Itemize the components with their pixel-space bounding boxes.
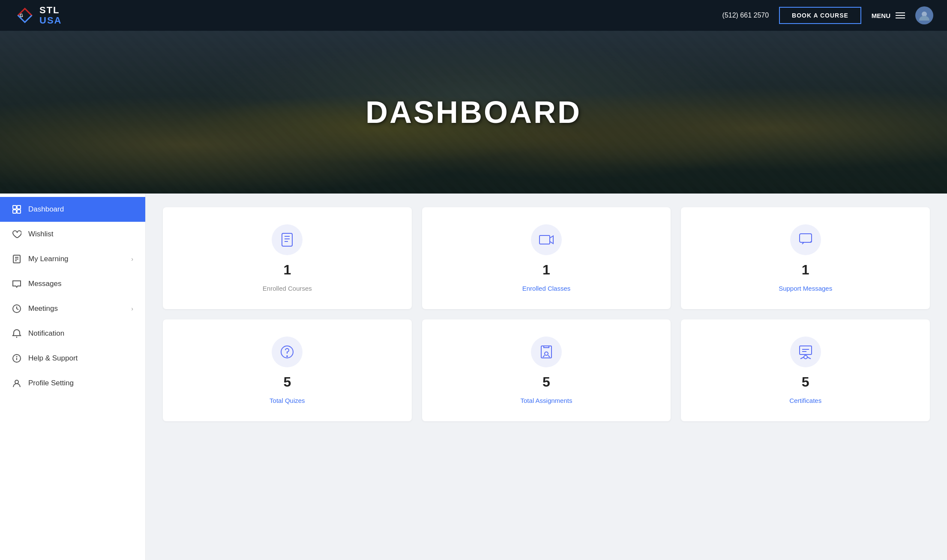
chevron-right-icon: › bbox=[131, 305, 133, 312]
total-quizes-icon-circle bbox=[272, 337, 303, 367]
info-icon bbox=[12, 354, 21, 363]
sidebar-item-notification[interactable]: Notification bbox=[0, 321, 145, 346]
svg-line-29 bbox=[800, 357, 804, 359]
total-assignments-number: 5 bbox=[542, 374, 550, 390]
support-messages-label: Support Messages bbox=[779, 285, 832, 292]
enrolled-courses-icon-circle bbox=[272, 224, 303, 255]
enrolled-courses-label: Enrolled Courses bbox=[263, 285, 312, 292]
assignment-icon bbox=[539, 344, 554, 360]
video-icon bbox=[539, 232, 554, 247]
clock-icon bbox=[12, 304, 21, 313]
svg-text:G: G bbox=[20, 13, 23, 18]
enrolled-courses-number: 1 bbox=[283, 262, 291, 278]
svg-point-24 bbox=[287, 356, 288, 357]
sidebar-my-learning-label: My Learning bbox=[28, 255, 69, 263]
menu-area[interactable]: MENU bbox=[872, 12, 905, 19]
certificates-label: Certificates bbox=[789, 397, 821, 404]
sidebar-dashboard-label: Dashboard bbox=[28, 205, 64, 214]
stat-card-certificates: 5 Certificates bbox=[681, 319, 930, 421]
sidebar: Dashboard Wishlist My Learning bbox=[0, 194, 146, 560]
total-assignments-icon-circle bbox=[531, 337, 562, 367]
stat-card-total-assignments: 5 Total Assignments bbox=[422, 319, 671, 421]
sidebar-help-support-label: Help & Support bbox=[28, 354, 78, 363]
message-icon bbox=[12, 279, 21, 289]
total-quizes-number: 5 bbox=[283, 374, 291, 390]
total-assignments-label: Total Assignments bbox=[521, 397, 572, 404]
heart-icon bbox=[12, 229, 21, 239]
sidebar-notification-label: Notification bbox=[28, 329, 64, 338]
svg-point-26 bbox=[545, 352, 548, 355]
enrolled-classes-label: Enrolled Classes bbox=[522, 285, 571, 292]
sidebar-profile-setting-label: Profile Setting bbox=[28, 379, 74, 387]
stat-card-enrolled-courses: 1 Enrolled Courses bbox=[163, 207, 412, 309]
sidebar-item-my-learning[interactable]: My Learning › bbox=[0, 247, 145, 271]
hero-title: DASHBOARD bbox=[366, 95, 581, 130]
sidebar-item-help-support[interactable]: Help & Support bbox=[0, 346, 145, 371]
bell-icon bbox=[12, 329, 21, 338]
avatar-icon bbox=[918, 9, 930, 21]
main-layout: Dashboard Wishlist My Learning bbox=[0, 194, 947, 560]
sidebar-item-meetings[interactable]: Meetings › bbox=[0, 296, 145, 321]
svg-point-16 bbox=[15, 380, 18, 384]
svg-rect-3 bbox=[13, 206, 16, 209]
enrolled-classes-number: 1 bbox=[542, 262, 550, 278]
sidebar-wishlist-label: Wishlist bbox=[28, 230, 54, 238]
support-messages-number: 1 bbox=[802, 262, 809, 278]
sidebar-meetings-label: Meetings bbox=[28, 304, 58, 313]
svg-rect-27 bbox=[800, 346, 812, 354]
hero-section: DASHBOARD bbox=[0, 31, 947, 194]
hamburger-icon bbox=[896, 12, 905, 18]
certificate-icon bbox=[798, 344, 813, 360]
book-course-button[interactable]: BOOK A COURSE bbox=[779, 7, 861, 24]
svg-point-28 bbox=[804, 355, 807, 359]
book-icon bbox=[12, 254, 21, 264]
stat-card-support-messages: 1 Support Messages bbox=[681, 207, 930, 309]
svg-point-15 bbox=[17, 357, 17, 357]
logo[interactable]: G STL USA bbox=[14, 4, 62, 27]
logo-stl: STL bbox=[39, 5, 62, 15]
total-quizes-label: Total Quizes bbox=[270, 397, 305, 404]
logo-text: STL USA bbox=[39, 5, 62, 26]
sidebar-item-dashboard[interactable]: Dashboard bbox=[0, 197, 145, 222]
stats-grid: 1 Enrolled Courses 1 Enrolled Classes bbox=[163, 207, 930, 421]
chevron-right-icon: › bbox=[131, 256, 133, 262]
header: G STL USA (512) 661 2570 BOOK A COURSE M… bbox=[0, 0, 947, 31]
question-icon bbox=[279, 344, 295, 360]
svg-line-30 bbox=[807, 357, 811, 359]
svg-point-0 bbox=[14, 4, 36, 27]
grid-icon bbox=[12, 205, 21, 214]
sidebar-messages-label: Messages bbox=[28, 280, 61, 288]
svg-rect-17 bbox=[282, 233, 292, 246]
stat-card-enrolled-classes: 1 Enrolled Classes bbox=[422, 207, 671, 309]
sidebar-item-messages[interactable]: Messages bbox=[0, 271, 145, 296]
certificates-number: 5 bbox=[802, 374, 809, 390]
svg-rect-5 bbox=[13, 210, 16, 213]
svg-rect-6 bbox=[17, 210, 21, 213]
user-icon bbox=[12, 378, 21, 388]
phone-number: (512) 661 2570 bbox=[722, 12, 769, 19]
avatar[interactable] bbox=[915, 6, 933, 24]
svg-rect-21 bbox=[539, 235, 550, 244]
sidebar-item-profile-setting[interactable]: Profile Setting bbox=[0, 371, 145, 396]
support-messages-icon-circle bbox=[790, 224, 821, 255]
tablet-icon bbox=[279, 232, 295, 247]
certificates-icon-circle bbox=[790, 337, 821, 367]
menu-label: MENU bbox=[872, 12, 890, 19]
svg-rect-22 bbox=[800, 234, 812, 242]
stat-card-total-quizes: 5 Total Quizes bbox=[163, 319, 412, 421]
logo-icon: G bbox=[14, 4, 36, 27]
logo-usa: USA bbox=[39, 15, 62, 26]
header-right: (512) 661 2570 BOOK A COURSE MENU bbox=[722, 6, 933, 24]
sidebar-item-wishlist[interactable]: Wishlist bbox=[0, 222, 145, 247]
chat-icon bbox=[798, 232, 813, 247]
svg-rect-4 bbox=[17, 206, 21, 209]
main-content: 1 Enrolled Courses 1 Enrolled Classes bbox=[146, 194, 947, 560]
enrolled-classes-icon-circle bbox=[531, 224, 562, 255]
